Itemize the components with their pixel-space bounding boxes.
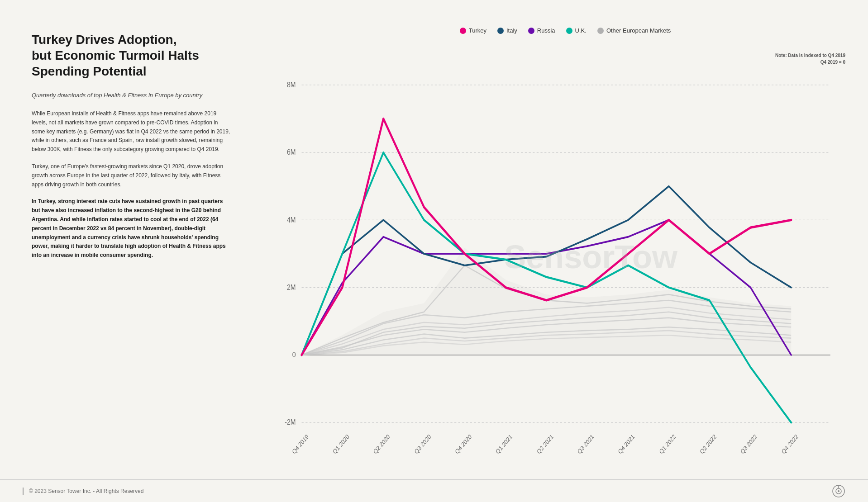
legend-label: Other European Markets (606, 27, 671, 34)
svg-point-28 (838, 490, 839, 492)
legend-color-dot (566, 28, 572, 34)
page-title: Turkey Drives Adoption, but Economic Tur… (32, 32, 231, 79)
svg-text:Q4 2021: Q4 2021 (617, 433, 636, 455)
footer-left: © 2023 Sensor Tower Inc. - All Rights Re… (23, 488, 143, 495)
svg-text:Q4 2020: Q4 2020 (454, 433, 473, 455)
legend-label: Russia (537, 27, 555, 34)
chart-subtitle: Quarterly downloads of top Health & Fitn… (32, 92, 231, 99)
svg-text:Q4 2022: Q4 2022 (780, 433, 799, 455)
legend-item-other-european-markets: Other European Markets (597, 27, 671, 34)
svg-text:4M: 4M (287, 215, 296, 223)
body-text-1: While European installs of Health & Fitn… (32, 109, 231, 154)
svg-text:Q3 2022: Q3 2022 (739, 433, 758, 455)
legend-color-dot (528, 28, 534, 34)
svg-text:0: 0 (292, 350, 296, 359)
svg-text:8M: 8M (287, 81, 296, 89)
svg-text:Q3 2021: Q3 2021 (576, 433, 595, 455)
svg-text:Q2 2022: Q2 2022 (699, 433, 718, 455)
footer-divider (23, 488, 24, 495)
body-text-3: In Turkey, strong interest rate cuts hav… (32, 197, 231, 260)
legend-item-italy: Italy (497, 27, 517, 34)
svg-text:Q2 2021: Q2 2021 (536, 433, 555, 455)
sensor-tower-logo (832, 484, 845, 498)
svg-text:2M: 2M (287, 283, 296, 291)
svg-text:Q2 2020: Q2 2020 (372, 433, 391, 455)
legend-item-russia: Russia (528, 27, 555, 34)
chart-legend: TurkeyItalyRussiaU.K.Other European Mark… (262, 27, 850, 34)
legend-label: U.K. (575, 27, 587, 34)
chart-svg: 8M 6M 4M 2M 0 -2M Q4 2019 Q1 2020 Q2 202… (262, 38, 850, 475)
svg-text:Q4 2019: Q4 2019 (291, 433, 310, 455)
copyright-text: © 2023 Sensor Tower Inc. - All Rights Re… (29, 488, 143, 494)
svg-text:-2M: -2M (285, 418, 296, 426)
body-text-2: Turkey, one of Europe's fastest-growing … (32, 162, 231, 189)
legend-item-u.k.: U.K. (566, 27, 587, 34)
svg-text:Q1 2020: Q1 2020 (331, 433, 350, 455)
svg-text:Q3 2020: Q3 2020 (413, 433, 432, 455)
svg-text:6M: 6M (287, 148, 296, 156)
svg-text:Q1 2021: Q1 2021 (495, 433, 514, 455)
legend-color-dot (497, 28, 504, 34)
legend-item-turkey: Turkey (460, 27, 486, 34)
svg-text:Q1 2022: Q1 2022 (658, 433, 677, 455)
legend-color-dot (597, 28, 604, 34)
legend-label: Turkey (469, 27, 486, 34)
legend-label: Italy (506, 27, 517, 34)
chart-area: Note: Data is indexed to Q4 2019 Q4 2019… (262, 38, 850, 475)
legend-color-dot (460, 28, 466, 34)
chart-note: Note: Data is indexed to Q4 2019 Q4 2019… (775, 52, 845, 66)
